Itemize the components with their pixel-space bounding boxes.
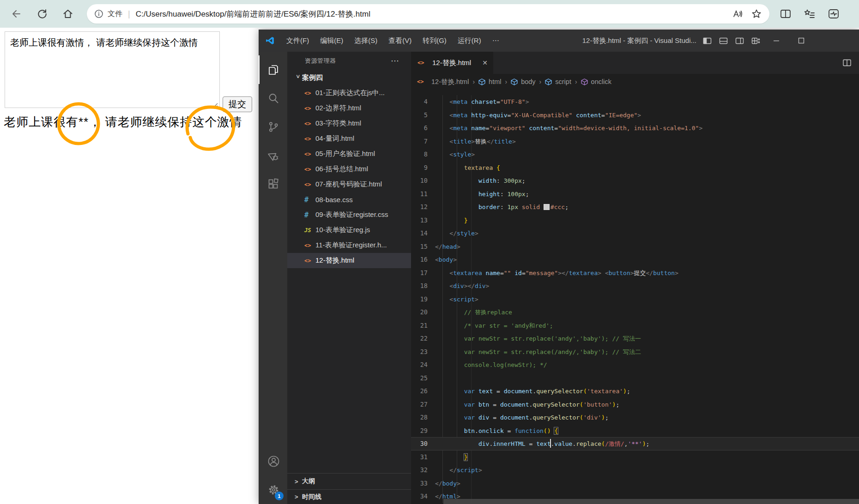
menu-item-1[interactable]: 编辑(E) [315,30,349,52]
folder-row-anlisi[interactable]: > 案例四 [287,70,411,85]
explorer-more-actions-icon[interactable]: ⋯ [391,56,399,66]
message-textarea[interactable]: 老师上课很有激情， 请老师继续保持这个激情 [5,31,220,108]
code-line-25[interactable]: 25 [411,372,859,385]
code-line-21[interactable]: 21 /* var str = 'andy和red'; [411,319,859,332]
code-line-6[interactable]: 6 <meta name="viewport" content="width=d… [411,121,859,135]
refresh-icon[interactable] [35,7,49,21]
file-row[interactable]: JS10-表单验证reg.js [287,222,411,238]
file-row[interactable]: #09-表单验证register.css [287,207,411,222]
file-row[interactable]: #08-base.css [287,192,411,207]
code-line-17[interactable]: 17 <textarea name="" id="message"></text… [411,266,859,280]
code-line-19[interactable]: 19 <script> [411,293,859,306]
file-row[interactable]: <>07-座机号码验证.html [287,177,411,192]
breadcrumb-item[interactable]: 12-替换.html [431,78,469,86]
code-line-30[interactable]: 30 div.innerHTML = text.value.replace(/激… [411,437,859,450]
menu-item-2[interactable]: 选择(S) [349,30,383,52]
code-text: <meta name="viewport" content="width=dev… [435,125,702,132]
menu-item-0[interactable]: 文件(F) [281,30,315,52]
menu-item-6[interactable]: ⋯ [487,30,505,52]
explorer-icon[interactable] [259,55,287,84]
code-line-16[interactable]: 16<body> [411,253,859,266]
horizontal-scrollbar[interactable] [443,499,859,504]
split-screen-icon[interactable] [780,8,792,20]
code-text: } [435,217,467,224]
code-line-9[interactable]: 9 textarea { [411,161,859,174]
file-row[interactable]: <>12-替换.html [287,253,411,268]
vscode-logo-icon[interactable] [266,36,275,45]
code-line-32[interactable]: 32 </script> [411,463,859,477]
code-line-4[interactable]: 4 <meta charset="UTF-8"> [411,95,859,108]
file-row[interactable]: <>02-边界符.html [287,101,411,116]
activity-bar: 1 [259,52,287,504]
file-row[interactable]: <>11-表单验证register.h... [287,238,411,253]
code-line-26[interactable]: 26 var text = document.querySelector('te… [411,384,859,398]
favorites-list-icon[interactable] [804,8,816,20]
run-debug-icon[interactable] [259,141,287,170]
line-number: 27 [411,398,435,411]
file-label: 01-正则表达式在js中... [315,89,385,97]
breadcrumb-item[interactable]: script [555,78,571,85]
code-line-15[interactable]: 15</head> [411,240,859,253]
code-line-13[interactable]: 13 } [411,214,859,227]
url-text[interactable]: C:/Users/huawei/Desktop/前端前进前前进/ES6/案例四/… [136,9,727,19]
breadcrumb-item[interactable]: html [489,78,501,85]
search-icon[interactable] [259,84,287,113]
code-line-22[interactable]: 22 var newStr = str.replace('andy','baby… [411,332,859,345]
code-line-11[interactable]: 11 height: 100px; [411,187,859,201]
code-line-24[interactable]: 24 console.log(newStr); */ [411,358,859,372]
menu-item-4[interactable]: 转到(G) [417,30,452,52]
code-line-33[interactable]: 33</body> [411,477,859,490]
submit-button[interactable]: 提交 [223,96,252,112]
extensions-icon[interactable] [259,170,287,198]
outline-section[interactable]: > 大纲 [287,473,411,489]
code-line-14[interactable]: 14 </style> [411,227,859,240]
back-icon[interactable] [9,7,23,21]
toggle-secondary-sidebar-icon[interactable] [735,36,744,45]
code-text: var btn = document.querySelector('button… [435,401,619,408]
code-line-27[interactable]: 27 var btn = document.querySelector('but… [411,398,859,411]
menu-item-5[interactable]: 运行(R) [452,30,487,52]
maximize-icon[interactable] [798,37,805,44]
address-bar[interactable]: 文件 | C:/Users/huawei/Desktop/前端前进前前进/ES6… [87,4,769,24]
info-icon[interactable] [94,9,103,18]
split-editor-icon[interactable] [842,58,852,67]
tab-12-tihuan[interactable]: <> 12-替换.html ✕ [411,52,493,74]
code-line-7[interactable]: 7 <title>替换</title> [411,135,859,148]
code-line-23[interactable]: 23 var newStr = str.replace(/andy/,'baby… [411,345,859,359]
minimize-icon[interactable] [773,37,780,44]
account-icon[interactable] [259,447,287,475]
favorite-star-icon[interactable] [751,8,762,19]
close-tab-icon[interactable]: ✕ [482,59,488,66]
file-row[interactable]: <>06-括号总结.html [287,162,411,177]
browser-essentials-icon[interactable] [828,8,840,20]
code-line-20[interactable]: 20 // 替换replace [411,306,859,319]
file-row[interactable]: <>05-用户名验证.html [287,146,411,162]
source-control-icon[interactable] [259,113,287,141]
file-row[interactable]: <>01-正则表达式在js中... [287,85,411,101]
code-line-8[interactable]: 8 <style> [411,148,859,161]
outline-label: 大纲 [302,477,315,486]
code-line-28[interactable]: 28 var div = document.querySelector('div… [411,411,859,424]
home-icon[interactable] [61,7,75,21]
timeline-section[interactable]: > 时间线 [287,489,411,504]
file-row[interactable]: <>04-量词.html [287,131,411,146]
breadcrumb-item[interactable]: onclick [591,78,611,85]
code-text: textarea { [435,164,500,171]
color-swatch [544,204,549,210]
code-line-12[interactable]: 12 border: 1px solid #ccc; [411,200,859,214]
code-line-31[interactable]: 31 } [411,450,859,464]
settings-gear-icon[interactable]: 1 [259,475,287,504]
breadcrumb[interactable]: <>12-替换.html›html›body›script›onclick [411,74,859,90]
code-line-29[interactable]: 29 btn.onclick = function() { [411,424,859,438]
file-row[interactable]: <>03-字符类.html [287,116,411,131]
code-line-18[interactable]: 18 <div></div> [411,279,859,293]
code-line-10[interactable]: 10 width: 300px; [411,174,859,187]
toggle-panel-icon[interactable] [719,36,728,45]
line-number: 16 [411,253,435,266]
customize-layout-icon[interactable] [751,36,760,45]
breadcrumb-item[interactable]: body [521,78,535,85]
toggle-sidebar-icon[interactable] [703,36,712,45]
menu-item-3[interactable]: 查看(V) [383,30,417,52]
read-aloud-icon[interactable] [732,8,743,19]
code-line-5[interactable]: 5 <meta http-equiv="X-UA-Compatible" con… [411,108,859,122]
